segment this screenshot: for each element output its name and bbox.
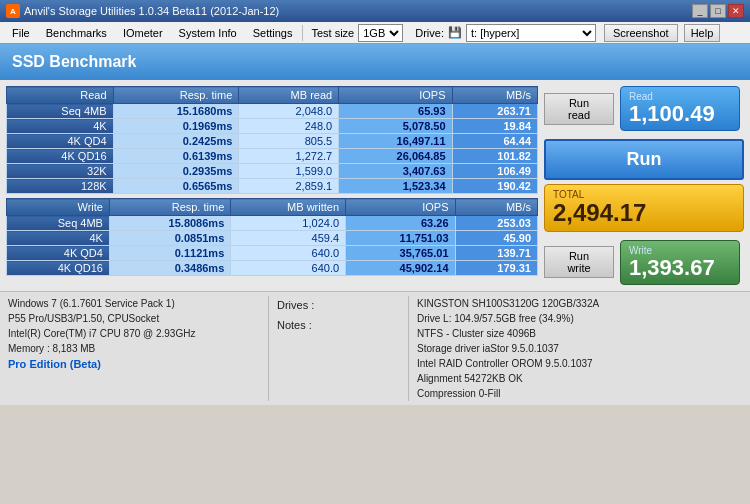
help-button[interactable]: Help [684, 24, 721, 42]
write-score-row: Run write Write 1,393.67 [544, 240, 744, 285]
read-iops: 1,523.34 [339, 179, 452, 194]
menu-settings[interactable]: Settings [245, 22, 301, 44]
write-iops: 45,902.14 [346, 261, 455, 276]
maximize-button[interactable]: □ [710, 4, 726, 18]
drives-label: Drives : [277, 296, 408, 316]
title-bar-left: A Anvil's Storage Utilities 1.0.34 Beta1… [6, 4, 279, 18]
read-row-label: 128K [7, 179, 114, 194]
sys-info-line-3: Memory : 8,183 MB [8, 341, 268, 356]
pro-edition-label: Pro Edition (Beta) [8, 356, 268, 373]
write-mb-header: MB written [231, 199, 346, 216]
write-row-label: 4K QD4 [7, 246, 110, 261]
benchmark-tables: Read Resp. time MB read IOPS MB/s Seq 4M… [6, 86, 538, 285]
read-mbs: 19.84 [452, 119, 537, 134]
read-mbs: 64.44 [452, 134, 537, 149]
read-mbs: 263.71 [452, 104, 537, 119]
menu-separator [302, 25, 303, 41]
read-score-row: Run read Read 1,100.49 [544, 86, 744, 131]
read-mb: 1,272.7 [239, 149, 339, 164]
menu-system-info[interactable]: System Info [171, 22, 245, 44]
screenshot-button[interactable]: Screenshot [604, 24, 678, 42]
write-resp-time: 0.3486ms [109, 261, 230, 276]
write-iops: 63.26 [346, 216, 455, 231]
total-score-row: TOTAL 2,494.17 [544, 184, 744, 231]
write-table-row: 4K QD4 0.1121ms 640.0 35,765.01 139.71 [7, 246, 538, 261]
run-read-button[interactable]: Run read [544, 93, 614, 125]
mb-read-header: MB read [239, 87, 339, 104]
read-row-label: 4K QD16 [7, 149, 114, 164]
write-header: Write [7, 199, 110, 216]
notes-label: Notes : [277, 316, 408, 336]
menu-file[interactable]: File [4, 22, 38, 44]
drive-label: Drive: [415, 27, 444, 39]
read-resp-time: 0.2935ms [113, 164, 239, 179]
read-table-row: Seq 4MB 15.1680ms 2,048.0 65.93 263.71 [7, 104, 538, 119]
write-mbs: 139.71 [455, 246, 538, 261]
write-mbs: 179.31 [455, 261, 538, 276]
read-mb: 1,599.0 [239, 164, 339, 179]
iops-header: IOPS [339, 87, 452, 104]
write-table-row: 4K QD16 0.3486ms 640.0 45,902.14 179.31 [7, 261, 538, 276]
mbs-header: MB/s [452, 87, 537, 104]
read-mbs: 190.42 [452, 179, 537, 194]
drives-notes: Drives : Notes : [268, 296, 408, 401]
title-controls: _ □ ✕ [692, 4, 744, 18]
menu-bar: File Benchmarks IOmeter System Info Sett… [0, 22, 750, 44]
bottom-area: Windows 7 (6.1.7601 Service Pack 1) P55 … [0, 291, 750, 405]
read-row-label: Seq 4MB [7, 104, 114, 119]
read-header: Read [7, 87, 114, 104]
read-resp-time: 0.6565ms [113, 179, 239, 194]
write-mb: 640.0 [231, 246, 346, 261]
total-score-box: TOTAL 2,494.17 [544, 184, 744, 231]
drive-select[interactable]: t: [hyperx] [466, 24, 596, 42]
read-table-row: 4K QD16 0.6139ms 1,272.7 26,064.85 101.8… [7, 149, 538, 164]
read-iops: 3,407.63 [339, 164, 452, 179]
write-score-value: 1,393.67 [629, 256, 731, 280]
sys-info: Windows 7 (6.1.7601 Service Pack 1) P55 … [8, 296, 268, 401]
write-iops: 35,765.01 [346, 246, 455, 261]
total-score-value: 2,494.17 [553, 200, 735, 226]
sys-info-line-1: P55 Pro/USB3/P1.50, CPUSocket [8, 311, 268, 326]
read-mb: 2,859.1 [239, 179, 339, 194]
run-button[interactable]: Run [544, 139, 744, 180]
write-score-box: Write 1,393.67 [620, 240, 740, 285]
read-iops: 65.93 [339, 104, 452, 119]
read-mb: 248.0 [239, 119, 339, 134]
read-row-label: 4K [7, 119, 114, 134]
right-panel: Run read Read 1,100.49 Run TOTAL 2,494.1… [544, 86, 744, 285]
menu-iometer[interactable]: IOmeter [115, 22, 171, 44]
menu-benchmarks[interactable]: Benchmarks [38, 22, 115, 44]
close-button[interactable]: ✕ [728, 4, 744, 18]
read-table-row: 4K 0.1969ms 248.0 5,078.50 19.84 [7, 119, 538, 134]
write-table-row: Seq 4MB 15.8086ms 1,024.0 63.26 253.03 [7, 216, 538, 231]
test-size-area: Test size 1GB Drive: 💾 t: [hyperx] Scree… [305, 24, 726, 42]
read-resp-time: 0.6139ms [113, 149, 239, 164]
read-resp-time: 0.2425ms [113, 134, 239, 149]
write-mbs: 45.90 [455, 231, 538, 246]
drive-detail-3: Storage driver iaStor 9.5.0.1037 [417, 341, 742, 356]
read-mb: 2,048.0 [239, 104, 339, 119]
drive-detail-5: Alignment 54272KB OK [417, 371, 742, 386]
resp-time-header: Resp. time [113, 87, 239, 104]
test-size-select[interactable]: 1GB [358, 24, 403, 42]
write-resp-time: 15.8086ms [109, 216, 230, 231]
write-mbs-header: MB/s [455, 199, 538, 216]
drive-detail-1: Drive L: 104.9/57.5GB free (34.9%) [417, 311, 742, 326]
title-bar: A Anvil's Storage Utilities 1.0.34 Beta1… [0, 0, 750, 22]
main-content: Read Resp. time MB read IOPS MB/s Seq 4M… [0, 80, 750, 291]
run-write-button[interactable]: Run write [544, 246, 614, 278]
minimize-button[interactable]: _ [692, 4, 708, 18]
write-resp-time: 0.1121ms [109, 246, 230, 261]
drive-detail-4: Intel RAID Controller OROM 9.5.0.1037 [417, 356, 742, 371]
drive-detail-2: NTFS - Cluster size 4096B [417, 326, 742, 341]
read-iops: 16,497.11 [339, 134, 452, 149]
write-row-label: 4K QD16 [7, 261, 110, 276]
app-icon: A [6, 4, 20, 18]
write-mb: 640.0 [231, 261, 346, 276]
read-row-label: 32K [7, 164, 114, 179]
write-table: Write Resp. time MB written IOPS MB/s Se… [6, 198, 538, 276]
sys-info-line-0: Windows 7 (6.1.7601 Service Pack 1) [8, 296, 268, 311]
write-row-label: 4K [7, 231, 110, 246]
write-row-label: Seq 4MB [7, 216, 110, 231]
sys-info-line-2: Intel(R) Core(TM) i7 CPU 870 @ 2.93GHz [8, 326, 268, 341]
